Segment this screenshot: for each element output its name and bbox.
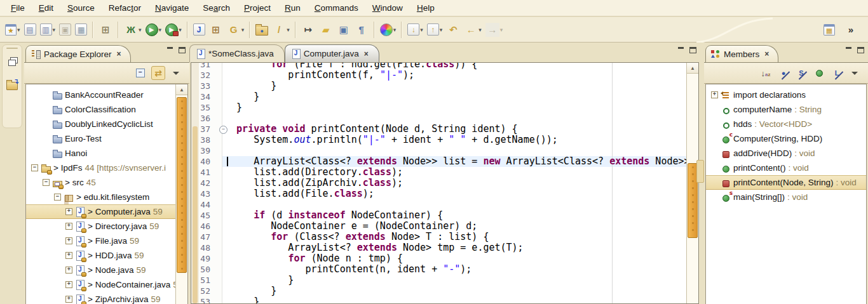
scrollbar-thumb[interactable] (177, 97, 187, 273)
member-item-computername[interactable]: computerName : String (706, 102, 866, 117)
code-line-45[interactable]: 45 if (d instanceof NodeContainer) { (191, 210, 687, 221)
save-button[interactable]: ▣ (58, 20, 72, 39)
run-to-line-button[interactable]: ↦ (300, 20, 316, 39)
code-line-37[interactable]: 37 private void printContent(Node d, Str… (191, 124, 687, 135)
new-java-package-button[interactable]: ⊞ (208, 20, 224, 39)
open-perspective-button[interactable]: ▦ (822, 20, 836, 39)
show-source-button[interactable]: ▣ (336, 20, 352, 39)
menu-help[interactable]: Help (410, 1, 442, 15)
menu-project[interactable]: Project (237, 1, 278, 15)
color-palette-button[interactable]: ▾ (379, 20, 398, 39)
tree-item-hdd-java[interactable]: +> HDD.java59 (26, 248, 176, 263)
expander-icon[interactable]: + (65, 267, 72, 274)
tree-item-bankaccountreader[interactable]: BankAccountReader (26, 88, 176, 102)
member-item-printcontent[interactable]: printContent() : void (706, 161, 866, 175)
tree-item-hanoi[interactable]: Hanoi (26, 146, 176, 161)
tree-item-computer-java[interactable]: +> Computer.java59 (26, 204, 176, 219)
code-line-47[interactable]: 47 for (Class<? extends Node> T : list) … (191, 232, 687, 242)
hide-local-types-button[interactable]: L (830, 66, 844, 80)
view-menu-button[interactable] (169, 66, 183, 80)
forward-button[interactable]: →▾ (484, 20, 505, 39)
minimize-icon[interactable] (166, 47, 173, 53)
menu-refactor[interactable]: Refactor (102, 1, 148, 15)
code-line-40[interactable]: 40 ArrayList<Class<? extends Node>> list… (191, 156, 687, 167)
tree-item-nodecontainer-java[interactable]: +> NodeContainer.java59 (26, 277, 176, 292)
member-item-computer-string-hdd[interactable]: cComputer(String, HDD) (706, 131, 866, 146)
tree-item-ipdfs[interactable]: −> IpdFs44 [https://svnserver.i (26, 161, 176, 175)
collapse-all-button[interactable]: − (133, 66, 147, 80)
menu-search[interactable]: Search (196, 1, 237, 15)
code-line-48[interactable]: 48 ArrayList<? extends Node> tmp = e.get… (191, 242, 687, 253)
code-line-34[interactable]: 34 } (191, 91, 687, 102)
hide-fields-button[interactable]: ● (776, 66, 790, 80)
code-line-43[interactable]: 43 list.add(File.class); (191, 188, 687, 199)
menu-window[interactable]: Window (365, 1, 410, 15)
build-all-button[interactable]: ⊞ (97, 20, 114, 39)
member-item-main-string[interactable]: smain(String[]) : void (706, 190, 866, 204)
search-button[interactable]: /▾ (271, 20, 291, 39)
code-line-52[interactable]: 52 } (191, 286, 687, 296)
close-icon[interactable]: × (764, 50, 769, 58)
code-line-38[interactable]: 38 System.out.println("|-" + ident + " "… (191, 135, 687, 145)
toggle-mark-occurrences-button[interactable]: ▰ (318, 20, 334, 39)
expander-icon[interactable]: + (65, 223, 72, 230)
sash-handle[interactable] (696, 160, 704, 183)
new-java-project-button[interactable]: J (192, 20, 207, 39)
members-tab[interactable]: Members × (705, 45, 778, 62)
code-line-46[interactable]: 46 NodeContainer e = (NodeContainer) d; (191, 221, 687, 232)
hide-static-button[interactable]: S (794, 66, 808, 80)
code-line-44[interactable]: 44 (191, 199, 687, 210)
link-with-editor-button[interactable]: ⇄ (151, 66, 165, 80)
tree-item-ziparchiv-java[interactable]: +> ZipArchiv.java59 (26, 292, 176, 304)
tree-item-file-java[interactable]: +> File.java59 (26, 234, 176, 248)
close-icon[interactable]: × (364, 50, 369, 58)
code-line-33[interactable]: 33 } (191, 81, 687, 91)
tree-item-edu-kit-filesystem[interactable]: −> edu.kit.filesystem (26, 190, 176, 204)
editor-tab-computer-java[interactable]: Computer.java× (285, 44, 379, 62)
member-item-hdds[interactable]: hdds : Vector<HDD> (706, 117, 866, 131)
code-line-53[interactable]: 53 } (191, 296, 687, 303)
external-tools-button[interactable]: ▶▾ (164, 20, 183, 39)
tree-item-euro-test[interactable]: Euro-Test (26, 131, 176, 146)
code-line-41[interactable]: 41 list.add(Directory.class); (191, 167, 687, 178)
toolbar-overflow-button[interactable]: » (843, 20, 859, 39)
next-annotation-button[interactable]: ↓▾ (406, 20, 424, 39)
new-wizard-button[interactable]: ★▾ (4, 20, 22, 39)
fast-view-drag-handle[interactable] (6, 48, 18, 49)
view-menu-button[interactable] (848, 66, 862, 80)
editor-tab-someclass-java[interactable]: *SomeClass.java (189, 44, 285, 62)
tree-item-node-java[interactable]: +> Node.java59 (26, 263, 176, 277)
run-button[interactable]: ▶▾ (144, 20, 163, 39)
menu-commands[interactable]: Commands (308, 1, 365, 15)
open-resource-fastview-button[interactable] (4, 78, 20, 93)
maximize-icon[interactable] (689, 47, 696, 53)
code-line-35[interactable]: 35 } (191, 102, 687, 113)
save-all-button[interactable]: ▤ (23, 20, 37, 39)
package-explorer-scrollbar[interactable]: ▲ (175, 84, 187, 304)
expander-icon[interactable]: + (65, 208, 72, 215)
menu-file[interactable]: File (4, 1, 32, 15)
code-line-51[interactable]: 51 } (191, 275, 687, 286)
expander-icon[interactable]: + (65, 281, 72, 288)
code-line-36[interactable]: 36 (191, 113, 687, 124)
expander-icon[interactable]: − (43, 179, 50, 186)
print-button[interactable]: ▦ (74, 20, 88, 39)
maximize-icon[interactable] (179, 47, 186, 53)
restore-views-button[interactable] (4, 55, 20, 70)
open-resource-button[interactable]: ● (254, 20, 269, 39)
tree-item-doublylinkedcycliclist[interactable]: DoublyLinkedCyclicList (26, 117, 176, 131)
expander-icon[interactable]: − (31, 164, 38, 171)
editor-body[interactable]: 31 for (File f : hdd.get(File.class)) {3… (191, 62, 699, 304)
sort-button[interactable]: ↓az (759, 66, 773, 80)
expander-icon[interactable]: + (711, 91, 718, 98)
code-area[interactable]: 31 for (File f : hdd.get(File.class)) {3… (191, 62, 687, 303)
member-item-import-declarations[interactable]: +import declarations (706, 88, 866, 102)
new-file-menu-button[interactable]: ▥▾ (39, 20, 57, 39)
expander-icon[interactable]: − (54, 194, 61, 201)
show-whitespace-button[interactable]: ¶ (353, 20, 370, 39)
expander-icon[interactable]: + (65, 296, 72, 303)
fold-collapse-icon[interactable]: − (219, 126, 227, 134)
scroll-up-icon[interactable]: ▲ (176, 84, 187, 95)
last-edit-location-button[interactable]: ↶ (445, 20, 461, 39)
minimize-icon[interactable] (845, 47, 852, 53)
